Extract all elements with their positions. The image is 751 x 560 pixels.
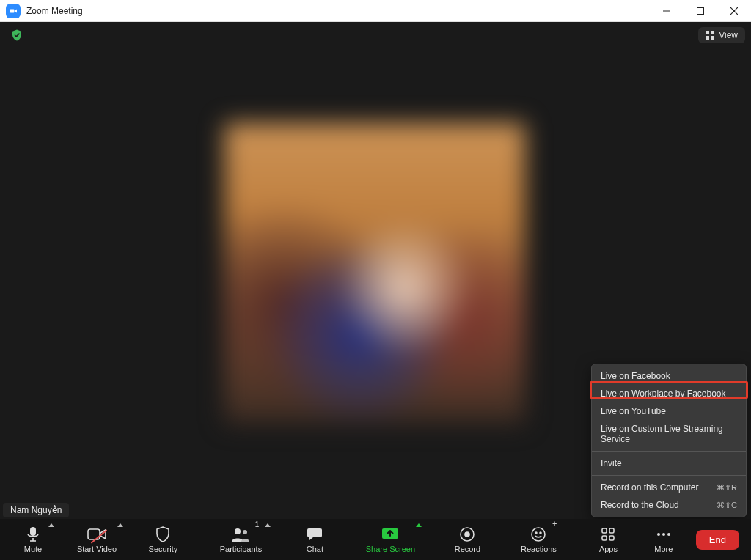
svg-rect-22 bbox=[609, 528, 614, 533]
share-screen-button[interactable]: Share Screen bbox=[363, 519, 417, 560]
chat-icon bbox=[307, 526, 323, 543]
microphone-icon bbox=[26, 526, 40, 543]
svg-rect-6 bbox=[711, 31, 714, 34]
chevron-up-icon[interactable] bbox=[48, 523, 54, 527]
window-title: Zoom Meeting bbox=[26, 6, 83, 16]
menu-item-live-custom[interactable]: Live on Custom Live Streaming Service bbox=[592, 420, 746, 448]
svg-rect-2 bbox=[697, 7, 704, 14]
svg-point-14 bbox=[243, 530, 247, 534]
chevron-up-icon[interactable] bbox=[416, 523, 422, 527]
encryption-shield-icon[interactable] bbox=[10, 29, 23, 42]
security-button[interactable]: Security bbox=[143, 519, 183, 560]
shortcut-label: ⌘⇧R bbox=[717, 483, 737, 493]
svg-point-20 bbox=[540, 532, 541, 534]
participants-button[interactable]: 1 Participants bbox=[215, 519, 266, 560]
window-maximize-button[interactable] bbox=[684, 0, 717, 22]
svg-rect-0 bbox=[10, 9, 15, 12]
shortcut-label: ⌘⇧C bbox=[717, 501, 737, 510]
reactions-button[interactable]: + Reactions bbox=[517, 519, 560, 560]
window-titlebar: Zoom Meeting bbox=[0, 0, 751, 22]
chevron-up-icon[interactable] bbox=[117, 523, 123, 527]
more-menu: Live on Facebook Live on Workplace by Fa… bbox=[591, 364, 747, 517]
svg-point-13 bbox=[235, 528, 241, 534]
svg-point-19 bbox=[535, 532, 537, 534]
reactions-icon bbox=[530, 526, 546, 543]
chevron-up-icon[interactable] bbox=[265, 523, 271, 527]
start-video-button[interactable]: Start Video bbox=[73, 519, 120, 560]
window-minimize-button[interactable] bbox=[650, 0, 684, 22]
apps-button[interactable]: Apps bbox=[592, 519, 624, 560]
menu-item-live-facebook[interactable]: Live on Facebook bbox=[592, 367, 746, 385]
svg-rect-7 bbox=[706, 36, 709, 40]
svg-point-18 bbox=[532, 528, 545, 541]
share-screen-icon bbox=[381, 526, 399, 543]
end-button[interactable]: End bbox=[696, 530, 739, 550]
svg-point-17 bbox=[465, 532, 469, 537]
grid-icon bbox=[706, 31, 714, 40]
zoom-app-icon bbox=[6, 4, 21, 18]
apps-icon bbox=[601, 526, 615, 543]
menu-item-live-workplace[interactable]: Live on Workplace by Facebook bbox=[592, 385, 746, 402]
menu-item-record-local[interactable]: Record on this Computer ⌘⇧R bbox=[592, 479, 746, 496]
window-close-button[interactable] bbox=[717, 0, 751, 22]
meeting-toolbar: Mute Start Video S bbox=[0, 519, 751, 560]
svg-rect-9 bbox=[30, 527, 36, 536]
svg-rect-8 bbox=[711, 36, 714, 40]
svg-rect-24 bbox=[609, 536, 614, 540]
svg-point-26 bbox=[662, 533, 665, 536]
participant-name-label: Nam Nguyễn bbox=[3, 503, 69, 517]
top-overlay-bar: View bbox=[0, 22, 751, 48]
more-icon bbox=[656, 526, 672, 543]
svg-rect-21 bbox=[602, 528, 607, 533]
svg-rect-23 bbox=[602, 536, 607, 540]
svg-point-25 bbox=[657, 533, 660, 536]
more-button[interactable]: More bbox=[648, 519, 680, 560]
menu-separator bbox=[592, 451, 746, 452]
shield-icon bbox=[155, 526, 170, 543]
svg-rect-5 bbox=[706, 31, 709, 34]
video-camera-icon bbox=[87, 526, 106, 543]
participants-count: 1 bbox=[255, 520, 260, 528]
participants-icon bbox=[231, 526, 250, 543]
menu-separator bbox=[592, 475, 746, 476]
record-icon bbox=[459, 526, 475, 543]
svg-point-27 bbox=[667, 533, 670, 536]
mute-button[interactable]: Mute bbox=[15, 519, 51, 560]
menu-item-live-youtube[interactable]: Live on YouTube bbox=[592, 402, 746, 420]
menu-item-record-cloud[interactable]: Record to the Cloud ⌘⇧C bbox=[592, 496, 746, 514]
plus-icon: + bbox=[552, 519, 557, 528]
chat-button[interactable]: Chat bbox=[298, 519, 331, 560]
menu-item-invite[interactable]: Invite bbox=[592, 454, 746, 472]
view-label: View bbox=[719, 30, 738, 40]
self-video-tile[interactable] bbox=[224, 123, 525, 424]
record-button[interactable]: Record bbox=[450, 519, 485, 560]
view-button[interactable]: View bbox=[698, 27, 745, 43]
meeting-area: View Nam Nguyễn Live on Facebook Live on… bbox=[0, 22, 751, 560]
